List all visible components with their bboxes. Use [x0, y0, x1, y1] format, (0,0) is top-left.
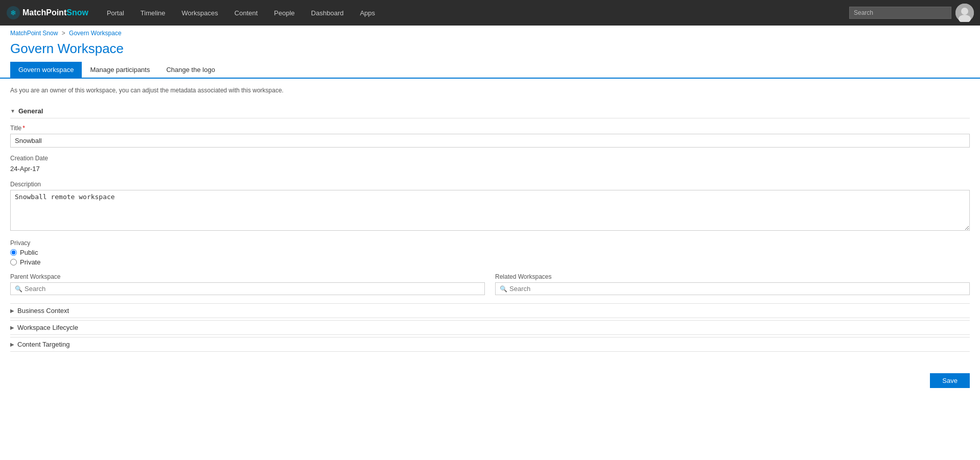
- main-content: As you are an owner of this workspace, y…: [0, 79, 980, 360]
- description-label: Description: [10, 181, 970, 188]
- related-workspaces-search-wrap: 🔍: [495, 282, 970, 295]
- nav-apps[interactable]: Apps: [352, 0, 383, 26]
- collapse-icon: ▼: [10, 108, 15, 114]
- privacy-section: Privacy Public Private: [10, 239, 970, 266]
- save-button[interactable]: Save: [930, 373, 970, 388]
- parent-workspace-search-icon: 🔍: [15, 285, 22, 293]
- parent-workspace-search-input[interactable]: [25, 285, 480, 293]
- privacy-private-radio[interactable]: [10, 259, 17, 265]
- breadcrumb-root[interactable]: MatchPoint Snow: [10, 30, 58, 37]
- nav-content[interactable]: Content: [226, 0, 266, 26]
- tab-govern-workspace[interactable]: Govern workspace: [10, 62, 82, 78]
- parent-workspace-search-wrap: 🔍: [10, 282, 485, 295]
- svg-point-3: [961, 8, 968, 15]
- workspace-search-row: Parent Workspace 🔍 Related Workspaces 🔍: [10, 273, 970, 295]
- avatar-image: [955, 4, 974, 22]
- nav-workspaces[interactable]: Workspaces: [174, 0, 226, 26]
- topbar: ❄ MatchPoint Snow Portal Timeline Worksp…: [0, 0, 980, 26]
- nav-dashboard[interactable]: Dashboard: [303, 0, 352, 26]
- creation-date-label: Creation Date: [10, 155, 970, 162]
- search-area: [849, 7, 951, 19]
- title-label: Title*: [10, 125, 970, 132]
- nav-people[interactable]: People: [266, 0, 302, 26]
- content-targeting-section[interactable]: ▶ Content Targeting: [10, 337, 970, 351]
- breadcrumb-current[interactable]: Govern Workspace: [69, 30, 122, 37]
- tab-bar: Govern workspace Manage participants Cha…: [0, 62, 980, 79]
- nav-portal[interactable]: Portal: [99, 0, 132, 26]
- page-title: Govern Workspace: [0, 39, 980, 62]
- tab-manage-participants[interactable]: Manage participants: [82, 62, 158, 78]
- logo-matchpoint: MatchPoint: [22, 8, 66, 17]
- owner-notice: As you are an owner of this workspace, y…: [10, 87, 970, 94]
- save-area: Save: [0, 365, 980, 396]
- collapsible-sections: ▶ Business Context ▶ Workspace Lifecycle…: [10, 303, 970, 352]
- related-workspaces-search-input[interactable]: [509, 285, 965, 293]
- privacy-private-option[interactable]: Private: [10, 258, 970, 266]
- parent-workspace-col: Parent Workspace 🔍: [10, 273, 485, 295]
- logo-snow: Snow: [66, 8, 88, 17]
- svg-text:❄: ❄: [10, 9, 16, 17]
- user-avatar[interactable]: [955, 4, 974, 22]
- breadcrumb-separator: >: [62, 30, 65, 37]
- general-section: ▼ General Title* Creation Date 24-Apr-17…: [10, 104, 970, 295]
- content-targeting-label: Content Targeting: [17, 341, 69, 348]
- privacy-public-option[interactable]: Public: [10, 249, 970, 256]
- title-required: *: [22, 125, 25, 132]
- business-context-section[interactable]: ▶ Business Context: [10, 303, 970, 318]
- privacy-public-label: Public: [20, 249, 38, 256]
- privacy-public-radio[interactable]: [10, 249, 17, 256]
- privacy-private-label: Private: [20, 258, 40, 266]
- description-field-group: Description Snowball remote workspace: [10, 181, 970, 232]
- creation-date-field-group: Creation Date 24-Apr-17: [10, 155, 970, 174]
- general-section-label: General: [18, 107, 43, 115]
- parent-workspace-label: Parent Workspace: [10, 273, 485, 280]
- workspace-lifecycle-expand-icon: ▶: [10, 325, 14, 330]
- business-context-expand-icon: ▶: [10, 308, 14, 313]
- title-input[interactable]: [10, 134, 970, 148]
- related-workspaces-label: Related Workspaces: [495, 273, 970, 280]
- general-section-header[interactable]: ▼ General: [10, 104, 970, 118]
- tab-change-logo[interactable]: Change the logo: [158, 62, 223, 78]
- privacy-label: Privacy: [10, 239, 970, 247]
- content-targeting-expand-icon: ▶: [10, 342, 14, 347]
- search-input[interactable]: [849, 7, 951, 19]
- related-workspaces-col: Related Workspaces 🔍: [495, 273, 970, 295]
- nav-items: Portal Timeline Workspaces Content Peopl…: [99, 0, 849, 26]
- business-context-label: Business Context: [17, 307, 69, 314]
- title-field-group: Title*: [10, 125, 970, 148]
- breadcrumb: MatchPoint Snow > Govern Workspace: [0, 26, 980, 39]
- workspace-lifecycle-section[interactable]: ▶ Workspace Lifecycle: [10, 320, 970, 334]
- logo[interactable]: ❄ MatchPoint Snow: [6, 6, 88, 20]
- nav-timeline[interactable]: Timeline: [132, 0, 174, 26]
- logo-icon: ❄: [6, 6, 20, 20]
- creation-date-value: 24-Apr-17: [10, 164, 970, 174]
- related-workspaces-search-icon: 🔍: [500, 285, 507, 293]
- workspace-lifecycle-label: Workspace Lifecycle: [17, 324, 78, 331]
- description-textarea[interactable]: Snowball remote workspace: [10, 190, 970, 231]
